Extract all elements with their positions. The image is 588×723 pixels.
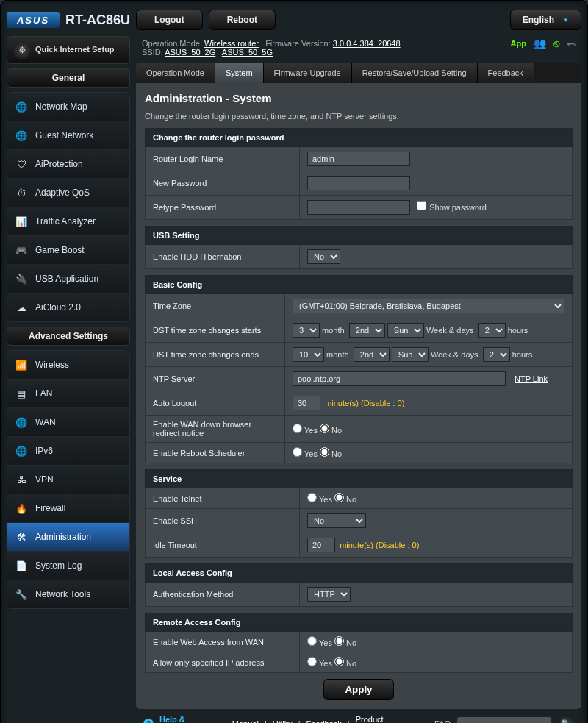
web-access-yes[interactable] bbox=[307, 636, 317, 646]
sidebar-item-administration[interactable]: 🛠Administration bbox=[7, 523, 129, 552]
tab-firmware-upgrade[interactable]: Firmware Upgrade bbox=[264, 63, 352, 83]
hours-label: hours bbox=[512, 350, 533, 359]
allow-ip-no[interactable] bbox=[334, 657, 344, 666]
cloud-icon: ☁ bbox=[13, 299, 29, 316]
app-link[interactable]: App bbox=[511, 39, 526, 48]
web-access-no[interactable] bbox=[334, 636, 344, 646]
dst-start-hour-select[interactable]: 2 bbox=[478, 323, 506, 338]
ssid-5g-link[interactable]: ASUS_50_5G bbox=[222, 48, 273, 57]
dst-end-month-select[interactable]: 10 bbox=[293, 347, 324, 362]
gauge-icon: ⏱ bbox=[13, 185, 29, 201]
allow-ip-yes[interactable] bbox=[307, 657, 317, 666]
idle-timeout-input[interactable] bbox=[307, 538, 335, 552]
language-label: English bbox=[523, 15, 554, 25]
log-icon: 📄 bbox=[13, 558, 29, 574]
sidebar-item-wan[interactable]: 🌐WAN bbox=[7, 408, 129, 437]
sidebar-item-adaptive-qos[interactable]: ⏱Adaptive QoS bbox=[7, 179, 129, 207]
autologout-input[interactable] bbox=[293, 396, 320, 410]
footer: ? Help & Support Manual | Utility | Feed… bbox=[136, 709, 581, 723]
sidebar-item-label: LAN bbox=[35, 388, 52, 399]
dst-start-month-select[interactable]: 3 bbox=[293, 323, 320, 338]
product-registration-link[interactable]: Product Registration bbox=[356, 715, 429, 723]
tab-restore-save-upload[interactable]: Restore/Save/Upload Setting bbox=[352, 63, 478, 83]
sidebar-item-firewall[interactable]: 🔥Firewall bbox=[7, 494, 129, 523]
ntp-input[interactable] bbox=[293, 371, 506, 386]
manual-link[interactable]: Manual bbox=[232, 719, 259, 723]
sidebar-item-network-map[interactable]: 🌐Network Map bbox=[7, 93, 129, 121]
reboot-sched-yes[interactable] bbox=[293, 447, 302, 457]
sidebar-item-label: USB Application bbox=[35, 274, 98, 284]
feedback-link[interactable]: Feedback bbox=[306, 719, 342, 723]
reboot-sched-no[interactable] bbox=[320, 447, 329, 457]
dst-start-week-select[interactable]: 2nd bbox=[349, 323, 385, 338]
yes-label: Yes bbox=[304, 426, 318, 435]
hours-label: hours bbox=[508, 326, 528, 335]
usb-status-icon[interactable]: ⊷ bbox=[567, 38, 577, 49]
new-password-input[interactable] bbox=[307, 176, 410, 190]
sidebar-item-label: Administration bbox=[35, 532, 91, 542]
opmode-link[interactable]: Wireless router bbox=[204, 39, 259, 48]
wan-redirect-yes[interactable] bbox=[293, 424, 302, 433]
autologout-hint: minute(s) (Disable : 0) bbox=[325, 399, 404, 407]
sidebar-item-vpn[interactable]: 🖧VPN bbox=[7, 466, 129, 494]
tools-icon: 🔧 bbox=[13, 586, 29, 602]
globe-icon: 🌐 bbox=[13, 443, 29, 459]
users-icon[interactable]: 👥 bbox=[534, 38, 546, 49]
sidebar-item-aiprotection[interactable]: 🛡AiProtection bbox=[7, 150, 129, 179]
sidebar-item-network-tools[interactable]: 🔧Network Tools bbox=[7, 580, 129, 608]
sidebar-item-traffic-analyzer[interactable]: 📊Traffic Analyzer bbox=[7, 207, 129, 236]
page-description: Change the router login password, time z… bbox=[145, 112, 573, 121]
sidebar-item-ipv6[interactable]: 🌐IPv6 bbox=[7, 437, 129, 466]
show-password-checkbox[interactable] bbox=[417, 201, 426, 210]
brand-logo: ASUS bbox=[7, 12, 60, 28]
telnet-no[interactable] bbox=[334, 493, 344, 502]
sidebar-item-lan[interactable]: ▤LAN bbox=[7, 380, 129, 408]
sidebar-item-aicloud[interactable]: ☁AiCloud 2.0 bbox=[7, 293, 129, 321]
reboot-button[interactable]: Reboot bbox=[209, 10, 276, 30]
globe-icon: 🌐 bbox=[13, 127, 29, 143]
sidebar-item-guest-network[interactable]: 🌐Guest Network bbox=[7, 121, 129, 150]
tz-select[interactable]: (GMT+01:00) Belgrade, Bratislava, Budape… bbox=[293, 299, 564, 313]
hdd-hibernation-select[interactable]: No bbox=[307, 249, 340, 264]
dst-end-week-select[interactable]: 2nd bbox=[354, 347, 390, 362]
general-header: General bbox=[7, 68, 130, 88]
autologout-label: Auto Logout bbox=[146, 391, 285, 416]
ssid-2g-link[interactable]: ASUS_50_2G bbox=[165, 48, 215, 57]
login-name-input[interactable] bbox=[307, 152, 410, 166]
tab-bar: Operation Mode System Firmware Upgrade R… bbox=[136, 63, 581, 83]
ssid-label: SSID: bbox=[142, 48, 163, 57]
admin-icon: 🛠 bbox=[13, 529, 29, 545]
auth-method-select[interactable]: HTTP bbox=[307, 587, 351, 602]
dst-end-hour-select[interactable]: 2 bbox=[483, 347, 510, 362]
telnet-yes[interactable] bbox=[307, 493, 317, 502]
language-select[interactable]: English bbox=[510, 10, 581, 30]
model-name: RT-AC86U bbox=[65, 13, 130, 28]
logout-button[interactable]: Logout bbox=[136, 10, 203, 30]
tz-label: Time Zone bbox=[146, 294, 285, 318]
retype-password-input[interactable] bbox=[307, 200, 410, 215]
sidebar-item-label: AiProtection bbox=[35, 159, 83, 169]
tab-operation-mode[interactable]: Operation Mode bbox=[136, 63, 215, 83]
tab-system[interactable]: System bbox=[215, 63, 264, 83]
dst-start-day-select[interactable]: Sun bbox=[387, 323, 424, 338]
utility-link[interactable]: Utility bbox=[273, 719, 293, 723]
fw-label: Firmware Version: bbox=[265, 39, 331, 48]
search-icon[interactable]: 🔍 bbox=[558, 716, 574, 723]
fw-link[interactable]: 3.0.0.4.384_20648 bbox=[333, 39, 401, 48]
wan-redirect-no[interactable] bbox=[320, 424, 329, 433]
ssh-select[interactable]: No bbox=[307, 513, 366, 528]
ntp-link[interactable]: NTP Link bbox=[514, 374, 548, 383]
faq-search-input[interactable] bbox=[456, 716, 552, 723]
sidebar-item-wireless[interactable]: 📶Wireless bbox=[7, 351, 129, 380]
network-status-icon[interactable]: ⎋ bbox=[553, 38, 559, 49]
quick-internet-setup[interactable]: ⚙ Quick Internet Setup bbox=[7, 36, 130, 64]
tab-feedback[interactable]: Feedback bbox=[478, 63, 534, 83]
ntp-label: NTP Server bbox=[146, 367, 285, 391]
apply-button[interactable]: Apply bbox=[323, 679, 393, 700]
dst-end-day-select[interactable]: Sun bbox=[392, 347, 429, 362]
sidebar-item-game-boost[interactable]: 🎮Game Boost bbox=[7, 236, 129, 265]
no-label: No bbox=[331, 426, 342, 435]
sidebar-item-system-log[interactable]: 📄System Log bbox=[7, 552, 129, 580]
login-section-title: Change the router login password bbox=[146, 129, 573, 147]
sidebar-item-usb-application[interactable]: 🔌USB Application bbox=[7, 265, 129, 293]
